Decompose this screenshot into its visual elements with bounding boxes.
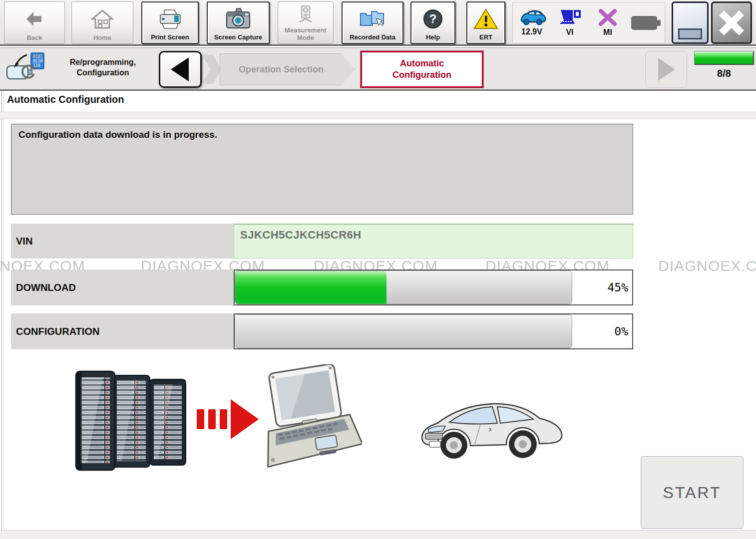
vehicle-icon bbox=[517, 9, 546, 26]
configuration-progress-row: CONFIGURATION 0% bbox=[11, 313, 633, 349]
print-screen-label: Print Screen bbox=[151, 33, 189, 41]
configuration-label: CONFIGURATION bbox=[11, 313, 234, 349]
svg-text:110: 110 bbox=[33, 63, 40, 68]
printer-icon bbox=[157, 4, 183, 33]
step-automatic-configuration: Automatic Configuration bbox=[361, 51, 483, 88]
mi-label: MI bbox=[603, 28, 612, 37]
flow-chevron bbox=[202, 55, 222, 84]
status-message-text: Configuration data download is in progre… bbox=[18, 129, 217, 140]
wizard-forward-button[interactable] bbox=[645, 51, 687, 88]
wizard-back-arrow-icon bbox=[169, 56, 192, 82]
wizard-back-button[interactable] bbox=[159, 51, 202, 88]
wizard-page-count: 8/8 bbox=[694, 68, 754, 79]
battery-icon bbox=[629, 14, 662, 32]
home-button[interactable]: Home bbox=[71, 1, 133, 44]
ert-button[interactable]: ERT bbox=[466, 1, 505, 44]
ert-warning-icon bbox=[473, 4, 498, 33]
download-label: DOWNLOAD bbox=[11, 270, 234, 305]
minimize-button[interactable] bbox=[672, 1, 709, 44]
laptop-image bbox=[252, 364, 362, 477]
configuration-progress-track bbox=[235, 314, 572, 348]
module-title: Re/programming, Configuration bbox=[49, 57, 157, 78]
server-rack-image bbox=[75, 370, 197, 473]
close-icon bbox=[716, 7, 748, 39]
screen-capture-label: Screen Capture bbox=[214, 33, 262, 41]
page-title: Automatic Configuration bbox=[7, 94, 124, 105]
recorded-data-button[interactable]: Recorded Data bbox=[342, 1, 403, 44]
close-button[interactable] bbox=[711, 1, 752, 44]
help-icon: ? bbox=[422, 4, 443, 33]
window-left-edge bbox=[1, 91, 4, 531]
car-image bbox=[414, 380, 564, 470]
mi-disconnected-icon bbox=[598, 9, 618, 27]
connection-status-panel: 12.9V VI MI bbox=[512, 2, 665, 43]
watermark-text: DIAGNOEX.COM bbox=[658, 258, 756, 274]
ert-button-label: ERT bbox=[479, 33, 492, 41]
print-screen-button[interactable]: Print Screen bbox=[141, 1, 199, 44]
wizard-nav-bar: 0101 0110 110 Re/programming, Configurat… bbox=[0, 47, 756, 91]
download-progress-track bbox=[235, 270, 572, 304]
wizard-progress-indicator bbox=[694, 51, 754, 65]
step-operation-selection: Operation Selection bbox=[220, 53, 356, 85]
reprogramming-module-icon: 0101 0110 110 bbox=[5, 52, 49, 88]
mi-status: MI bbox=[589, 2, 627, 43]
transfer-arrow-icon bbox=[196, 395, 260, 443]
vi-label: VI bbox=[566, 28, 573, 37]
recorded-data-label: Recorded Data bbox=[350, 33, 395, 41]
camera-icon bbox=[225, 4, 252, 33]
consult-app-window: Back Home bbox=[0, 0, 756, 539]
vin-value: SJKCH5CJKCH5CR6H bbox=[234, 224, 633, 259]
recorded-data-icon bbox=[359, 4, 386, 33]
vin-label: VIN bbox=[11, 224, 234, 259]
battery-voltage-status: 12.9V bbox=[513, 2, 551, 43]
home-button-label: Home bbox=[93, 34, 111, 41]
configuration-progress-bar: 0% bbox=[234, 313, 633, 349]
back-button-label: Back bbox=[26, 34, 42, 41]
help-button[interactable]: ? Help bbox=[410, 1, 455, 44]
status-message-box: Configuration data download is in progre… bbox=[11, 124, 633, 215]
measurement-mode-button[interactable]: Measurement Mode bbox=[278, 1, 334, 44]
back-arrow-icon bbox=[23, 3, 45, 34]
svg-text:?: ? bbox=[429, 12, 437, 25]
minimize-icon bbox=[678, 28, 702, 39]
help-button-label: Help bbox=[426, 33, 440, 41]
download-progress-bar: 45% bbox=[234, 270, 633, 305]
window-bottom-edge bbox=[0, 530, 756, 539]
download-percent: 45% bbox=[572, 270, 632, 304]
battery-status bbox=[627, 2, 665, 43]
heading-divider bbox=[0, 112, 756, 119]
back-button[interactable]: Back bbox=[4, 1, 65, 44]
vi-device-icon bbox=[557, 9, 583, 27]
measurement-mode-label: Measurement Mode bbox=[279, 26, 332, 41]
configuration-percent: 0% bbox=[572, 314, 632, 348]
svg-text:0101: 0101 bbox=[33, 54, 42, 59]
svg-text:0110: 0110 bbox=[33, 59, 42, 63]
voltage-value: 12.9V bbox=[521, 27, 542, 36]
wizard-forward-arrow-icon bbox=[655, 57, 677, 82]
screen-capture-button[interactable]: Screen Capture bbox=[207, 1, 270, 44]
vi-status: VI bbox=[551, 2, 589, 43]
download-progress-row: DOWNLOAD 45% bbox=[11, 270, 633, 305]
start-button[interactable]: START bbox=[641, 456, 744, 529]
top-toolbar: Back Home bbox=[0, 0, 756, 46]
measurement-mode-icon bbox=[296, 3, 316, 26]
home-icon bbox=[91, 3, 114, 34]
download-progress-fill bbox=[235, 271, 386, 304]
